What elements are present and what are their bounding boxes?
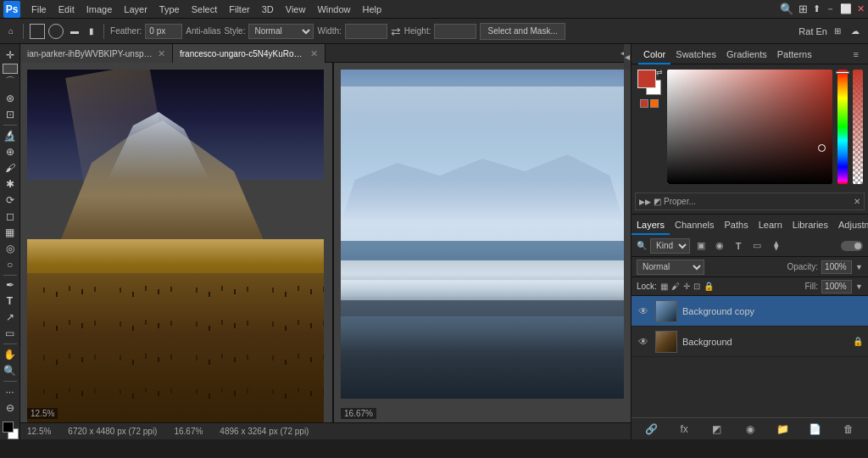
layer-link-btn[interactable]: 🔗 — [637, 423, 666, 435]
tab-paths[interactable]: Paths — [720, 215, 754, 235]
tool-misc[interactable]: ⊖ — [1, 400, 19, 416]
style-select[interactable]: Normal Fixed Ratio Fixed Size — [248, 24, 314, 39]
menu-edit[interactable]: Edit — [53, 0, 81, 19]
tool-healing[interactable]: ⊕ — [1, 144, 19, 159]
filter-pixel-btn[interactable]: ▣ — [693, 238, 709, 254]
share-icon[interactable]: ⬆ — [813, 3, 821, 14]
tool-gradient[interactable]: ▦ — [1, 225, 19, 240]
menu-view[interactable]: View — [280, 0, 312, 19]
tab-beach-close[interactable]: ✕ — [310, 48, 318, 59]
lock-all-btn[interactable]: 🔒 — [704, 282, 714, 291]
fill-dropdown-icon[interactable]: ▼ — [855, 282, 863, 291]
tool-lasso[interactable]: ⌒ — [1, 75, 19, 90]
tool-eyedropper[interactable]: 🔬 — [1, 128, 19, 143]
alpha-slider[interactable] — [853, 70, 863, 184]
home-button[interactable]: ⌂ — [5, 25, 17, 37]
color-gradient[interactable] — [667, 70, 832, 184]
fg-color-tool[interactable] — [3, 422, 14, 433]
tab-penguin[interactable]: ian-parker-ihByWVBKIPY-unsplash.jpg @ 12… — [20, 44, 173, 63]
width-input[interactable] — [345, 24, 387, 39]
layer-visibility-bg[interactable]: 👁 — [637, 336, 650, 348]
tool-dodge[interactable]: ○ — [1, 257, 19, 272]
height-input[interactable] — [434, 24, 476, 39]
minimize-icon[interactable]: － — [826, 3, 835, 15]
menu-layer[interactable]: Layer — [118, 0, 153, 19]
select-mask-button[interactable]: Select and Mask... — [480, 23, 565, 40]
lock-transparent-btn[interactable]: ▦ — [660, 282, 668, 291]
layer-group-btn[interactable]: 📁 — [768, 423, 798, 435]
menu-select[interactable]: Select — [186, 0, 224, 19]
maximize-icon[interactable]: ⬜ — [840, 3, 852, 14]
lock-image-btn[interactable]: 🖌 — [671, 282, 680, 291]
layer-visibility-bg-copy[interactable]: 👁 — [637, 305, 650, 317]
layer-delete-btn[interactable]: 🗑 — [833, 423, 863, 435]
tool-history[interactable]: ⟳ — [1, 193, 19, 208]
prop-close[interactable]: ✕ — [854, 197, 860, 206]
workspace-button[interactable]: ⊞ — [831, 25, 844, 37]
tool-clone[interactable]: ✱ — [1, 176, 19, 192]
properties-expand[interactable]: ▶▶ ◩ Proper... — [639, 197, 696, 206]
menu-file[interactable]: File — [25, 0, 53, 19]
elliptical-button[interactable] — [48, 24, 64, 39]
menu-type[interactable]: Type — [153, 0, 186, 19]
menu-help[interactable]: Help — [357, 0, 388, 19]
layer-mask-btn[interactable]: ◩ — [702, 423, 732, 435]
lock-artboard-btn[interactable]: ⊡ — [693, 282, 700, 291]
tool-quick-select[interactable]: ⊛ — [1, 91, 19, 106]
tab-beach[interactable]: francesco-ungaro-c5N4yKuRomE-unsplash.jp… — [173, 44, 326, 63]
layer-new-btn[interactable]: 📄 — [801, 423, 831, 435]
menu-image[interactable]: Image — [81, 0, 119, 19]
filter-smart-btn[interactable]: ⧫ — [768, 238, 783, 254]
feather-input[interactable] — [145, 24, 182, 39]
tool-shape[interactable]: ▭ — [1, 326, 19, 341]
cloud-button[interactable]: ☁ — [848, 25, 863, 37]
tab-patterns[interactable]: Patterns — [772, 44, 817, 64]
tool-crop[interactable]: ⊡ — [1, 107, 19, 122]
tab-layers[interactable]: Layers — [632, 215, 670, 235]
lock-position-btn[interactable]: ✛ — [683, 282, 690, 291]
tab-adjustments[interactable]: Adjustments — [833, 215, 868, 235]
swap-arrows[interactable]: ⇄ — [656, 68, 663, 76]
color-panel-menu[interactable]: ≡ — [851, 49, 861, 59]
tab-color[interactable]: Color — [638, 44, 670, 64]
layer-kind-select[interactable]: Kind — [650, 238, 690, 254]
layer-row-bg-copy[interactable]: 👁 Background copy — [632, 296, 868, 327]
tool-extra[interactable]: ··· — [1, 384, 19, 399]
filter-type-btn[interactable]: T — [731, 238, 746, 254]
tool-marquee[interactable] — [3, 64, 18, 74]
opacity-dropdown-icon[interactable]: ▼ — [855, 263, 863, 271]
tab-libraries[interactable]: Libraries — [787, 215, 833, 235]
tool-eraser[interactable]: ◻ — [1, 209, 19, 224]
layer-adjust-btn[interactable]: ◉ — [735, 423, 765, 435]
single-col-button[interactable]: ▮ — [86, 25, 97, 37]
penguin-canvas[interactable] — [27, 70, 324, 422]
filter-shape-btn[interactable]: ▭ — [749, 238, 765, 254]
menu-3d[interactable]: 3D — [256, 0, 280, 19]
fg-swatch[interactable] — [637, 70, 656, 88]
tool-type[interactable]: T — [1, 293, 19, 309]
tool-pen[interactable]: ✒ — [1, 277, 19, 293]
close-icon[interactable]: ✕ — [857, 3, 865, 14]
tool-path-select[interactable]: ↗ — [1, 310, 19, 325]
rect-marquee-button[interactable] — [30, 24, 45, 39]
tab-swatches[interactable]: Swatches — [670, 44, 721, 64]
layer-row-bg[interactable]: 👁 Background 🔒 — [632, 327, 868, 357]
swap-dimensions-icon[interactable]: ⇄ — [391, 25, 401, 38]
arrange-icon[interactable]: ⊞ — [798, 3, 808, 15]
hue-slider[interactable] — [837, 70, 848, 184]
tab-channels[interactable]: Channels — [670, 215, 719, 235]
tab-gradients[interactable]: Gradients — [721, 44, 772, 64]
blend-mode-select[interactable]: Normal — [637, 260, 704, 275]
menu-window[interactable]: Window — [311, 0, 356, 19]
filter-toggle[interactable] — [841, 241, 863, 251]
search-icon[interactable]: 🔍 — [780, 3, 793, 15]
single-row-button[interactable]: ▬ — [67, 25, 82, 37]
tool-blur[interactable]: ◎ — [1, 241, 19, 256]
filter-adjust-btn[interactable]: ◉ — [712, 238, 727, 254]
tool-zoom[interactable]: 🔍 — [1, 363, 19, 378]
tab-learn[interactable]: Learn — [754, 215, 787, 235]
fill-input[interactable] — [821, 280, 852, 293]
tool-hand[interactable]: ✋ — [1, 347, 19, 362]
layer-fx-btn[interactable]: fx — [670, 423, 699, 435]
tab-penguin-close[interactable]: ✕ — [158, 48, 165, 59]
